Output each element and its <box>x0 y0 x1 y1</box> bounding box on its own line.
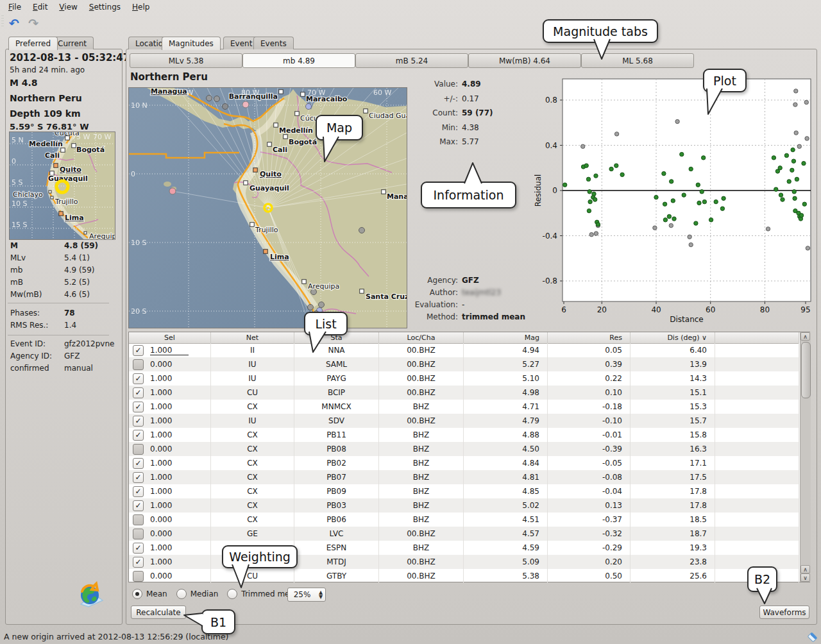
residual-point-used[interactable] <box>596 223 600 226</box>
residual-point-unused[interactable] <box>804 100 808 104</box>
table-row[interactable]: ✓1.000CUBCIP00.BHZ4.980.1015.1 <box>129 386 799 400</box>
residual-point-used[interactable] <box>714 199 718 203</box>
radio-mean[interactable] <box>132 589 142 599</box>
residual-point-used[interactable] <box>694 221 698 225</box>
table-row[interactable]: ✓1.000CXPB03BHZ5.020.1317.8 <box>129 498 799 513</box>
menu-item-help[interactable]: Help <box>126 1 155 13</box>
column-header-loc-cha[interactable]: Loc/Cha <box>379 332 464 343</box>
table-row[interactable]: ✓1.000CXPB02BHZ4.84-0.0517.1 <box>129 456 799 470</box>
undo-icon[interactable]: ↶ <box>6 15 22 31</box>
station-weight[interactable]: 0.000 <box>150 360 172 369</box>
residual-point-used[interactable] <box>662 171 666 175</box>
residual-point-used[interactable] <box>587 209 591 213</box>
station-select-checkbox[interactable]: ✓ <box>133 430 144 441</box>
table-row[interactable]: 0.000IUSAML00.BHZ5.270.3913.9 <box>129 357 799 371</box>
residual-point-used[interactable] <box>722 196 725 200</box>
residual-point-used[interactable] <box>670 180 673 183</box>
tab-magnitudes[interactable]: Magnitudes <box>162 37 221 50</box>
column-header-mag[interactable]: Mag <box>464 332 548 343</box>
magnitude-tab-mb[interactable]: mB 5.24 <box>355 53 468 68</box>
station-weight[interactable]: 1.000 <box>150 346 189 355</box>
column-header-net[interactable]: Net <box>211 332 294 343</box>
station-select-checkbox[interactable]: ✓ <box>133 543 144 554</box>
residual-point-unused[interactable] <box>793 103 797 106</box>
residual-point-used[interactable] <box>563 183 567 187</box>
residual-point-used[interactable] <box>779 193 783 197</box>
residual-point-used[interactable] <box>774 187 778 191</box>
residual-point-used[interactable] <box>802 202 806 206</box>
residual-point-used[interactable] <box>709 218 713 222</box>
station-select-checkbox[interactable]: ✓ <box>133 500 144 511</box>
residual-point-used[interactable] <box>588 190 591 194</box>
residual-point-used[interactable] <box>682 193 686 197</box>
residual-point-used[interactable] <box>654 195 658 199</box>
station-select-checkbox[interactable] <box>133 571 144 582</box>
residual-point-used[interactable] <box>700 190 704 194</box>
station-weight[interactable]: 1.000 <box>150 416 172 425</box>
residual-point-used[interactable] <box>778 166 782 170</box>
station-select-checkbox[interactable]: ✓ <box>133 387 144 398</box>
residual-point-unused[interactable] <box>594 232 598 235</box>
residual-point-used[interactable] <box>594 174 598 178</box>
residual-point-used[interactable] <box>689 167 693 171</box>
magnitude-tab-mw(mb)[interactable]: Mw(mB) 4.64 <box>468 53 581 68</box>
table-row[interactable]: ✓1.000IUPAYG00.BHZ5.100.2214.3 <box>129 371 799 386</box>
scroll-up-arrow-bottom[interactable]: ∧ <box>800 565 810 573</box>
waveforms-button[interactable]: Waveforms <box>759 606 809 619</box>
trim-percent-spinbox[interactable]: 25% ▲▼ <box>287 588 326 602</box>
scroll-up-arrow[interactable]: ∧ <box>800 332 810 341</box>
residual-point-unused[interactable] <box>805 137 809 140</box>
station-weight[interactable]: 1.000 <box>150 543 172 552</box>
residual-point-used[interactable] <box>586 177 590 181</box>
station-weight[interactable]: 1.000 <box>150 402 172 411</box>
residual-point-used[interactable] <box>593 198 597 201</box>
residual-point-used[interactable] <box>799 214 803 217</box>
table-row[interactable]: 0.000CXPB06BHZ4.51-0.3718.5 <box>129 513 799 527</box>
residual-point-used[interactable] <box>614 164 618 167</box>
station-map[interactable]: 90 W80 W70 W60 W10 N010 S20 SManaguaBarr… <box>128 87 407 328</box>
residual-point-used[interactable] <box>702 156 706 160</box>
radio-median[interactable] <box>176 589 187 599</box>
table-row[interactable]: ✓1.000CXPB11BHZ4.88-0.0115.8 <box>129 428 799 442</box>
residual-point-used[interactable] <box>792 190 796 194</box>
station-select-checkbox[interactable]: ✓ <box>133 345 144 356</box>
residual-point-used[interactable] <box>793 196 797 200</box>
residual-point-used[interactable] <box>663 218 667 222</box>
scrollbar-thumb[interactable] <box>801 342 811 398</box>
menu-item-edit[interactable]: Edit <box>27 1 53 13</box>
table-row[interactable]: ✓1.000CXMNMCXBHZ4.71-0.1815.3 <box>129 400 799 414</box>
residual-point-used[interactable] <box>680 152 684 156</box>
station-select-checkbox[interactable] <box>133 444 144 455</box>
station-select-checkbox[interactable]: ✓ <box>133 373 144 384</box>
residual-point-used[interactable] <box>671 199 675 203</box>
station-weight[interactable]: 1.000 <box>150 501 172 510</box>
residual-point-unused[interactable] <box>688 235 691 239</box>
station-weight[interactable]: 1.000 <box>150 374 172 383</box>
table-row[interactable]: 0.000CXPB08BHZ4.50-0.3916.3 <box>129 442 799 456</box>
residual-point-unused[interactable] <box>614 132 618 136</box>
residual-point-used[interactable] <box>667 214 671 218</box>
residual-point-used[interactable] <box>795 177 799 181</box>
redo-icon[interactable]: ↷ <box>26 15 41 31</box>
scroll-down-arrow[interactable]: ∨ <box>800 573 810 582</box>
menu-item-view[interactable]: View <box>53 1 83 13</box>
station-weight[interactable]: 0.000 <box>150 529 172 538</box>
residual-point-used[interactable] <box>791 148 795 151</box>
residual-point-used[interactable] <box>663 202 666 206</box>
station-weight[interactable]: 1.000 <box>150 459 172 468</box>
station-weight[interactable]: 1.000 <box>150 473 172 482</box>
column-header-sel[interactable]: Sel <box>129 332 211 343</box>
station-weight[interactable]: 1.000 <box>150 557 172 566</box>
residual-point-used[interactable] <box>592 192 596 196</box>
residual-point-unused[interactable] <box>581 144 585 148</box>
residual-point-used[interactable] <box>584 164 588 167</box>
residual-point-used[interactable] <box>697 201 701 205</box>
column-header-dis-deg-[interactable]: Dis (deg) ∨ <box>631 332 715 343</box>
station-select-checkbox[interactable]: ✓ <box>133 458 144 469</box>
magnitude-tab-mlv[interactable]: MLv 5.38 <box>130 53 242 68</box>
status-tray-icon[interactable] <box>807 631 818 643</box>
residual-point-unused[interactable] <box>794 89 798 93</box>
table-row[interactable]: ✓1.000CXPB09BHZ4.85-0.0417.8 <box>129 484 799 498</box>
station-select-checkbox[interactable]: ✓ <box>133 416 144 427</box>
table-row[interactable]: 0.000GELVC00.BHZ4.57-0.3218.7 <box>129 527 799 541</box>
